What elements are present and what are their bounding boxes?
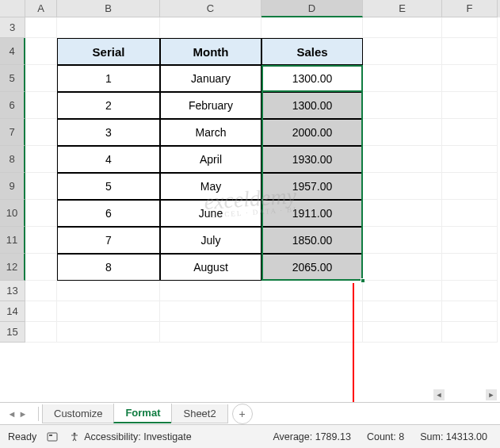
row-header-14[interactable]: 14 (0, 301, 25, 322)
cell[interactable] (261, 301, 363, 322)
cell-sales[interactable]: 1930.00 (261, 146, 363, 173)
scroll-left-icon[interactable]: ◄ (433, 389, 445, 400)
cell[interactable] (363, 17, 442, 38)
cell[interactable] (25, 38, 57, 65)
cell-serial[interactable]: 3 (57, 119, 160, 146)
cell-sales[interactable]: 1911.00 (261, 200, 363, 227)
sheet-tab-sheet2[interactable]: Sheet2 (171, 404, 227, 423)
worksheet-grid[interactable]: A B C D E F 3 4 Serial Month Sales 5 1 J… (0, 0, 500, 343)
table-header-serial[interactable]: Serial (57, 38, 160, 65)
cell[interactable] (25, 227, 57, 254)
cell[interactable] (442, 281, 498, 301)
row-header-8[interactable]: 8 (0, 146, 25, 173)
cell-sales[interactable]: 2000.00 (261, 119, 363, 146)
table-header-month[interactable]: Month (160, 38, 261, 65)
tab-prev-icon[interactable]: ◄ (6, 406, 17, 422)
cell-sales[interactable]: 1300.00 (261, 92, 363, 119)
row-header-7[interactable]: 7 (0, 119, 25, 146)
accessibility-checker[interactable]: Accessibility: Investigate (68, 431, 191, 443)
row-header-6[interactable]: 6 (0, 92, 25, 119)
cell[interactable] (363, 281, 442, 301)
cell[interactable] (25, 65, 57, 92)
scroll-right-icon[interactable]: ► (486, 389, 497, 400)
row-header-9[interactable]: 9 (0, 173, 25, 200)
cell[interactable] (442, 65, 498, 92)
row-header-3[interactable]: 3 (0, 17, 25, 38)
cell[interactable] (25, 254, 57, 281)
cell[interactable] (261, 322, 363, 343)
row-header-11[interactable]: 11 (0, 227, 25, 254)
cell[interactable] (363, 38, 442, 65)
cell-serial[interactable]: 7 (57, 227, 160, 254)
cell[interactable] (25, 301, 57, 322)
cell[interactable] (160, 322, 261, 343)
cell-sales-active[interactable]: 1300.00 (261, 65, 363, 92)
cell-month[interactable]: April (160, 146, 261, 173)
cell[interactable] (160, 281, 261, 301)
cell-month[interactable]: January (160, 65, 261, 92)
cell[interactable] (363, 254, 442, 281)
cell[interactable] (25, 173, 57, 200)
cell[interactable] (261, 281, 363, 301)
cell-sales[interactable]: 2065.00 (261, 254, 363, 281)
cell[interactable] (25, 281, 57, 301)
cell-serial[interactable]: 8 (57, 254, 160, 281)
cell[interactable] (442, 322, 498, 343)
cell[interactable] (363, 200, 442, 227)
cell-serial[interactable]: 6 (57, 200, 160, 227)
cell-month[interactable]: February (160, 92, 261, 119)
row-header-13[interactable]: 13 (0, 281, 25, 301)
cell-serial[interactable]: 1 (57, 65, 160, 92)
cell[interactable] (25, 119, 57, 146)
col-header-d[interactable]: D (261, 0, 363, 17)
cell[interactable] (442, 92, 498, 119)
row-header-10[interactable]: 10 (0, 200, 25, 227)
cell[interactable] (57, 17, 160, 38)
cell-month[interactable]: August (160, 254, 261, 281)
horizontal-scroll[interactable]: ◄ ► (433, 389, 497, 400)
tab-next-icon[interactable]: ► (17, 406, 29, 422)
cell[interactable] (57, 281, 160, 301)
sheet-tab-customize[interactable]: Customize (42, 404, 114, 423)
cell[interactable] (363, 92, 442, 119)
cell[interactable] (442, 173, 498, 200)
sheet-tab-format[interactable]: Format (113, 404, 172, 423)
col-header-f[interactable]: F (442, 0, 498, 17)
cell[interactable] (363, 119, 442, 146)
cell[interactable] (57, 322, 160, 343)
cell-month[interactable]: March (160, 119, 261, 146)
row-header-5[interactable]: 5 (0, 65, 25, 92)
macro-recorder-icon[interactable] (46, 431, 59, 443)
cell[interactable] (261, 17, 363, 38)
cell[interactable] (363, 227, 442, 254)
cell-month[interactable]: July (160, 227, 261, 254)
cell[interactable] (160, 17, 261, 38)
select-all-corner[interactable] (0, 0, 25, 17)
cell[interactable] (442, 200, 498, 227)
cell[interactable] (25, 17, 57, 38)
cell[interactable] (57, 301, 160, 322)
cell[interactable] (25, 92, 57, 119)
row-header-12[interactable]: 12 (0, 254, 25, 281)
cell-sales[interactable]: 1850.00 (261, 227, 363, 254)
cell[interactable] (25, 146, 57, 173)
cell[interactable] (25, 200, 57, 227)
cell[interactable] (442, 119, 498, 146)
cell[interactable] (363, 173, 442, 200)
status-stats[interactable]: Average: 1789.13 Count: 8 Sum: 14313.00 (268, 430, 492, 444)
row-header-15[interactable]: 15 (0, 322, 25, 343)
cell[interactable] (442, 254, 498, 281)
cell[interactable] (363, 322, 442, 343)
cell-month[interactable]: June (160, 200, 261, 227)
cell-serial[interactable]: 5 (57, 173, 160, 200)
table-header-sales[interactable]: Sales (261, 38, 363, 65)
cell[interactable] (442, 146, 498, 173)
cell-month[interactable]: May (160, 173, 261, 200)
col-header-a[interactable]: A (25, 0, 57, 17)
cell-serial[interactable]: 2 (57, 92, 160, 119)
cell[interactable] (442, 17, 498, 38)
cell-sales[interactable]: 1957.00 (261, 173, 363, 200)
cell[interactable] (363, 146, 442, 173)
col-header-b[interactable]: B (57, 0, 160, 17)
col-header-c[interactable]: C (160, 0, 261, 17)
